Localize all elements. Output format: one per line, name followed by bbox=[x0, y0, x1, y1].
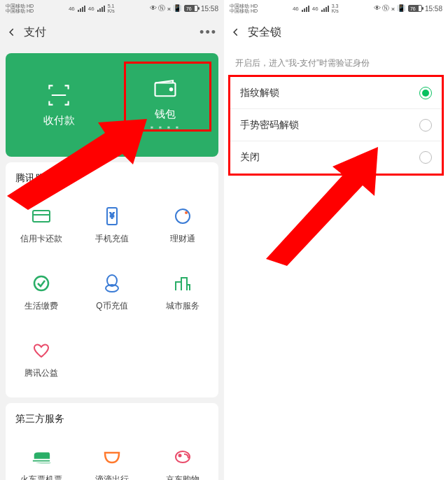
svg-point-5 bbox=[176, 209, 190, 223]
page-title: 安全锁 bbox=[248, 25, 441, 40]
battery-icon: 76 bbox=[408, 5, 422, 12]
card-icon bbox=[31, 206, 51, 226]
building-icon bbox=[173, 274, 192, 293]
status-bar: 中国移动 HD 中国移动 HD 46 46 5.1 K/s 👁 Ⓝ ⁎ 📳 76… bbox=[0, 0, 224, 17]
radio-icon bbox=[419, 151, 432, 164]
signal-icon bbox=[97, 6, 105, 12]
svg-text:¥: ¥ bbox=[109, 212, 114, 220]
nav-bar: 安全锁 bbox=[224, 17, 448, 48]
status-icons: 👁 Ⓝ ⁎ 📳 bbox=[150, 3, 181, 13]
hint-text: 开启后，进入“我-支付”时需验证身份 bbox=[224, 48, 448, 75]
nav-bar: 支付 ••• bbox=[0, 17, 224, 48]
signal-icon bbox=[321, 6, 329, 12]
service-phone-recharge[interactable]: ¥ 手机充值 bbox=[76, 192, 147, 259]
section-title: 第三方服务 bbox=[6, 403, 218, 432]
check-circle-icon bbox=[31, 274, 51, 293]
option-gesture[interactable]: 手势密码解锁 bbox=[230, 109, 442, 141]
hero-pay-label: 收付款 bbox=[43, 114, 75, 127]
back-icon[interactable] bbox=[7, 27, 24, 37]
radio-icon bbox=[419, 119, 432, 132]
screen-security-lock: 中国移动 HD 中国移动 HD 46 46 3.3 K/s 👁 Ⓝ ⁎ 📳 76… bbox=[224, 0, 448, 480]
svg-rect-2 bbox=[33, 211, 50, 222]
page-title: 支付 bbox=[24, 25, 196, 40]
section-tencent-services: 腾讯服务 信用卡还款 ¥ 手机充值 理财通 生活缴费 bbox=[6, 162, 218, 397]
option-fingerprint[interactable]: 指纹解锁 bbox=[230, 77, 442, 109]
svg-point-11 bbox=[179, 454, 181, 456]
status-time: 15:58 bbox=[425, 5, 442, 13]
service-utilities[interactable]: 生活缴费 bbox=[6, 259, 76, 326]
service-credit-card[interactable]: 信用卡还款 bbox=[6, 192, 76, 259]
status-icons: 👁 Ⓝ ⁎ 📳 bbox=[374, 3, 405, 13]
svg-point-6 bbox=[185, 211, 188, 214]
service-train-flight[interactable]: 火车票机票 bbox=[6, 432, 76, 480]
carrier-line-1: 中国移动 HD bbox=[6, 3, 34, 8]
service-qcoin[interactable]: Q币充值 bbox=[76, 259, 147, 326]
annotation-box-options: 指纹解锁 手势密码解锁 关闭 bbox=[228, 75, 444, 176]
status-bar: 中国移动 HD 中国移动 HD 46 46 3.3 K/s 👁 Ⓝ ⁎ 📳 76… bbox=[224, 0, 448, 17]
annotation-box-wallet bbox=[124, 62, 211, 132]
section-third-party: 第三方服务 火车票机票 滴滴出行 京东购物 bbox=[6, 403, 218, 480]
service-jd[interactable]: 京东购物 bbox=[148, 432, 218, 480]
service-wealth[interactable]: 理财通 bbox=[148, 192, 218, 259]
signal-icon bbox=[78, 6, 85, 12]
signal-icon bbox=[302, 6, 309, 12]
penguin-icon bbox=[102, 274, 122, 293]
service-didi[interactable]: 滴滴出行 bbox=[76, 432, 147, 480]
phone-icon: ¥ bbox=[102, 206, 122, 226]
hero-pay[interactable]: 收付款 bbox=[6, 53, 112, 157]
heart-icon bbox=[31, 341, 51, 360]
didi-icon bbox=[102, 447, 122, 467]
option-off[interactable]: 关闭 bbox=[230, 141, 442, 174]
carrier-line-2: 中国移动 HD bbox=[6, 8, 34, 13]
status-time: 15:58 bbox=[201, 5, 218, 13]
service-city[interactable]: 城市服务 bbox=[148, 259, 218, 326]
carrier-line-2: 中国移动 HD bbox=[230, 8, 258, 13]
svg-point-7 bbox=[34, 276, 48, 290]
radio-icon bbox=[419, 87, 432, 99]
battery-icon: 76 bbox=[184, 5, 198, 12]
train-icon bbox=[31, 447, 51, 467]
screen-payment: 中国移动 HD 中国移动 HD 46 46 5.1 K/s 👁 Ⓝ ⁎ 📳 76… bbox=[0, 0, 224, 480]
scan-icon bbox=[47, 83, 71, 107]
section-title: 腾讯服务 bbox=[6, 162, 218, 192]
back-icon[interactable] bbox=[231, 27, 248, 37]
wealth-icon bbox=[173, 206, 192, 226]
service-charity[interactable]: 腾讯公益 bbox=[6, 326, 76, 393]
hero-card: 收付款 钱包 ＊＊＊＊ bbox=[6, 53, 218, 157]
more-icon[interactable]: ••• bbox=[196, 25, 217, 40]
carrier-line-1: 中国移动 HD bbox=[230, 3, 258, 8]
jd-icon bbox=[173, 447, 192, 467]
